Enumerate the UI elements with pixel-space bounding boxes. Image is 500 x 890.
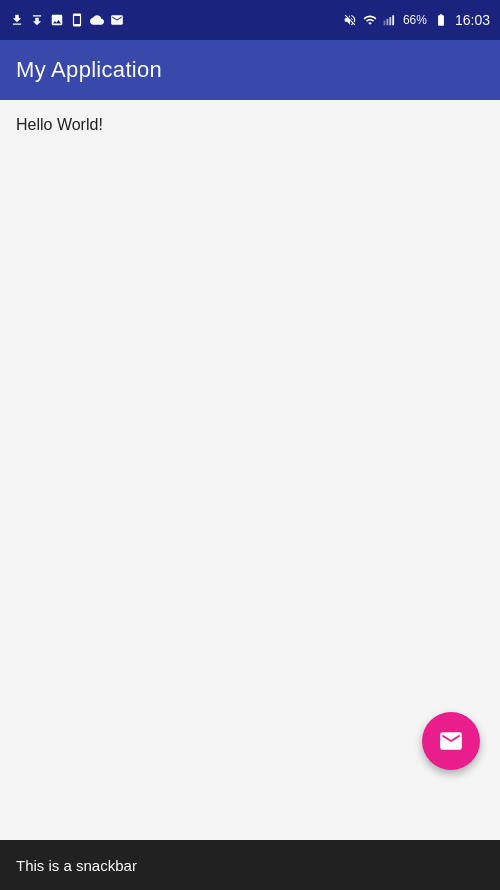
battery-icon	[433, 13, 449, 27]
status-bar-left-icons	[10, 13, 124, 27]
svg-rect-1	[386, 19, 388, 25]
download2-icon	[30, 13, 44, 27]
email-fab-icon	[438, 728, 464, 754]
mute-icon	[343, 13, 357, 27]
app-title: My Application	[16, 57, 162, 83]
time-display: 16:03	[455, 12, 490, 28]
wifi-icon	[363, 13, 377, 27]
svg-rect-0	[384, 21, 386, 26]
fab-email-button[interactable]	[422, 712, 480, 770]
battery-level: 66%	[403, 13, 427, 27]
cloud-icon	[90, 13, 104, 27]
snackbar: This is a snackbar	[0, 840, 500, 890]
status-bar: 66% 16:03	[0, 0, 500, 40]
image-icon	[50, 13, 64, 27]
svg-rect-3	[392, 15, 394, 25]
app-bar: My Application	[0, 40, 500, 100]
signal-icon	[383, 13, 397, 27]
download-icon	[10, 13, 24, 27]
phone-icon	[70, 13, 84, 27]
svg-rect-2	[389, 17, 391, 25]
snackbar-message: This is a snackbar	[16, 857, 137, 874]
main-content: Hello World!	[0, 100, 500, 840]
status-bar-right-icons: 66% 16:03	[343, 12, 490, 28]
hello-world-text: Hello World!	[16, 116, 103, 133]
mail-status-icon	[110, 13, 124, 27]
